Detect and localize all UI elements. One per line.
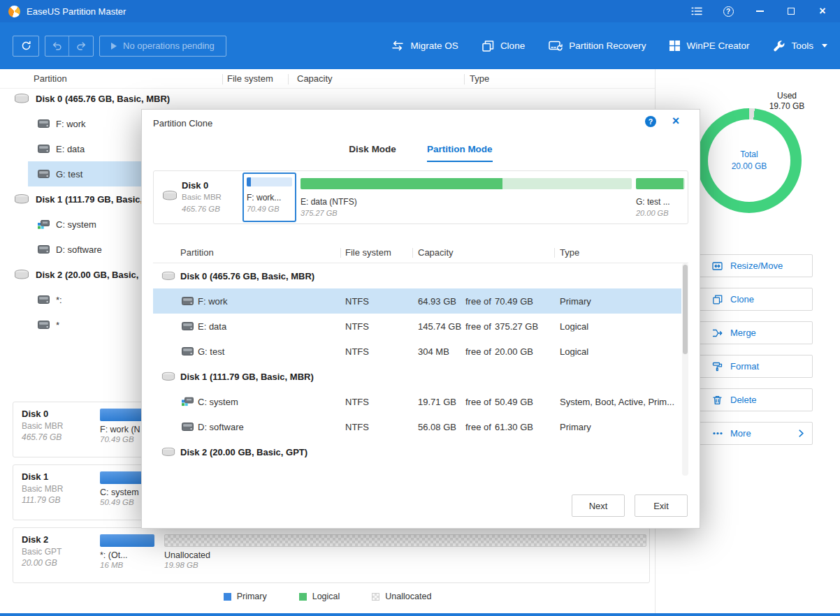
table-row-f-work[interactable]: F: work NTFS 64.93 GB free of 70.49 GB P…	[153, 288, 681, 314]
clone-action-button[interactable]: Clone	[699, 288, 813, 311]
app-title: EaseUS Partition Master	[27, 6, 126, 17]
block-label: F: work...	[247, 193, 292, 203]
table-row-disk1[interactable]: Disk 1 (111.79 GB, Basic, MBR)	[153, 364, 681, 389]
partition-size: 19.98 GB	[164, 561, 646, 569]
column-capacity: Capacity	[418, 247, 454, 258]
column-capacity: Capacity	[297, 73, 333, 84]
close-button[interactable]: ×	[816, 5, 829, 17]
play-icon	[111, 43, 117, 50]
disk-name: Disk 0	[22, 409, 100, 419]
legend-logical: Logical	[299, 592, 340, 601]
maximize-button[interactable]	[785, 5, 797, 17]
minimize-button[interactable]	[753, 5, 766, 17]
row-file-system: NTFS	[345, 422, 369, 432]
table-row-disk2[interactable]: Disk 2 (20.00 GB, Basic, GPT)	[153, 439, 681, 464]
disk-icon	[161, 448, 175, 457]
block-size: 375.27 GB	[300, 209, 632, 217]
merge-button[interactable]: Merge	[699, 321, 813, 344]
disk2-map-card[interactable]: Disk 2 Basic GPT 20.00 GB *: (Ot... 16 M…	[13, 527, 650, 583]
used-value: 19.70 GB	[764, 101, 810, 112]
dialog-help-icon[interactable]: ?	[645, 116, 656, 127]
row-file-system: NTFS	[345, 346, 369, 357]
partition-label: Unallocated	[164, 550, 646, 560]
format-icon	[711, 362, 723, 372]
clone-label: Clone	[500, 41, 525, 51]
help-question-glyph: ?	[723, 6, 734, 17]
tree-item-label: Disk 1 (111.79 GB, Basic,	[36, 194, 143, 205]
clone-toolbar-button[interactable]: Clone	[482, 41, 525, 52]
partition-block-unallocated[interactable]: Unallocated 19.98 GB	[164, 534, 646, 576]
row-total-space: 375.27 GB	[495, 321, 538, 332]
clone-icon	[711, 295, 723, 305]
migrate-os-button[interactable]: Migrate OS	[391, 41, 458, 51]
usage-donut-chart: Total 20.00 GB	[697, 108, 802, 213]
merge-label: Merge	[730, 328, 756, 338]
tree-item-disk0[interactable]: Disk 0 (465.76 GB, Basic, MBR)	[0, 86, 655, 111]
strip-block-g-test[interactable]: G: test ... 20.00 GB	[636, 178, 685, 217]
disk-icon	[14, 194, 29, 204]
partition-icon	[38, 119, 50, 128]
undo-button[interactable]	[45, 36, 69, 56]
block-size: 20.00 GB	[636, 209, 685, 217]
dialog-close-icon[interactable]: ×	[668, 113, 683, 129]
tools-button[interactable]: Tools	[773, 40, 827, 52]
tab-disk-mode[interactable]: Disk Mode	[349, 144, 396, 162]
disk-icon	[14, 270, 29, 279]
tools-wrench-icon	[773, 40, 785, 52]
partition-recovery-button[interactable]: Partition Recovery	[549, 41, 646, 52]
table-scrollbar[interactable]	[682, 263, 688, 476]
pending-operations-button[interactable]: No operations pending	[99, 36, 226, 57]
winpe-creator-button[interactable]: WinPE Creator	[669, 41, 749, 51]
more-dots-icon	[711, 432, 723, 435]
scrollbar-thumb[interactable]	[683, 265, 688, 354]
table-row-d-software[interactable]: D: software NTFS 56.08 GB free of 61.30 …	[153, 414, 681, 439]
winpe-creator-icon	[669, 41, 680, 51]
format-button[interactable]: Format	[699, 355, 813, 378]
resize-move-button[interactable]: Resize/Move	[699, 254, 813, 277]
legend-logical-label: Logical	[312, 592, 340, 601]
tab-partition-mode[interactable]: Partition Mode	[427, 144, 493, 162]
table-row-c-system[interactable]: C: system NTFS 19.71 GB free of 50.49 GB…	[153, 389, 681, 414]
partition-clone-dialog: Partition Clone ? × Disk Mode Partition …	[141, 109, 700, 529]
tools-label: Tools	[791, 41, 813, 51]
next-button[interactable]: Next	[572, 494, 625, 517]
tree-item-label: Disk 0 (465.76 GB, Basic, MBR)	[36, 94, 170, 104]
refresh-icon	[21, 41, 31, 51]
usage-bar	[636, 178, 685, 189]
redo-button[interactable]	[69, 36, 93, 56]
strip-block-e-data[interactable]: E: data (NTFS) 375.27 GB	[300, 178, 632, 217]
partition-icon	[182, 423, 194, 431]
disk-size: 465.76 GB	[22, 432, 100, 442]
exit-button[interactable]: Exit	[635, 494, 688, 517]
row-free-space: 304 MB	[418, 346, 449, 357]
partition-icon	[182, 297, 194, 305]
row-free-space: 19.71 GB	[418, 397, 456, 407]
partition-icon	[38, 145, 50, 153]
pending-operations-label: No operations pending	[123, 41, 215, 51]
table-row-disk0[interactable]: Disk 0 (465.76 GB, Basic, MBR)	[153, 263, 681, 288]
tree-item-label: C: system	[56, 219, 96, 230]
disk-bus: Basic MBR	[22, 421, 100, 431]
partition-recovery-icon	[549, 41, 563, 52]
logical-swatch	[299, 593, 307, 601]
refresh-button[interactable]	[13, 36, 39, 57]
partition-icon	[182, 347, 194, 355]
strip-disk-size: 465.76 GB	[182, 203, 222, 215]
partition-icon	[38, 170, 50, 178]
primary-swatch	[224, 593, 231, 601]
table-row-e-data[interactable]: E: data NTFS 145.74 GB free of 375.27 GB…	[153, 314, 681, 339]
more-button[interactable]: More	[699, 422, 813, 445]
help-icon[interactable]: ?	[722, 5, 734, 17]
delete-button[interactable]: Delete	[699, 388, 813, 411]
operations-list-icon[interactable]	[690, 5, 703, 17]
used-space-label: Used 19.70 GB	[764, 91, 810, 112]
strip-block-f-work-selected[interactable]: F: work... 70.49 GB	[242, 173, 296, 222]
row-free-of: free of	[465, 397, 491, 407]
disk-name: Disk 1	[22, 471, 100, 482]
disk-bus: Basic MBR	[22, 484, 100, 494]
column-separator	[288, 74, 289, 85]
column-separator	[554, 248, 555, 258]
winpe-creator-label: WinPE Creator	[686, 41, 749, 51]
partition-block-other[interactable]: *: (Ot... 16 MB	[100, 534, 154, 576]
table-row-g-test[interactable]: G: test NTFS 304 MB free of 20.00 GB Log…	[153, 339, 681, 364]
